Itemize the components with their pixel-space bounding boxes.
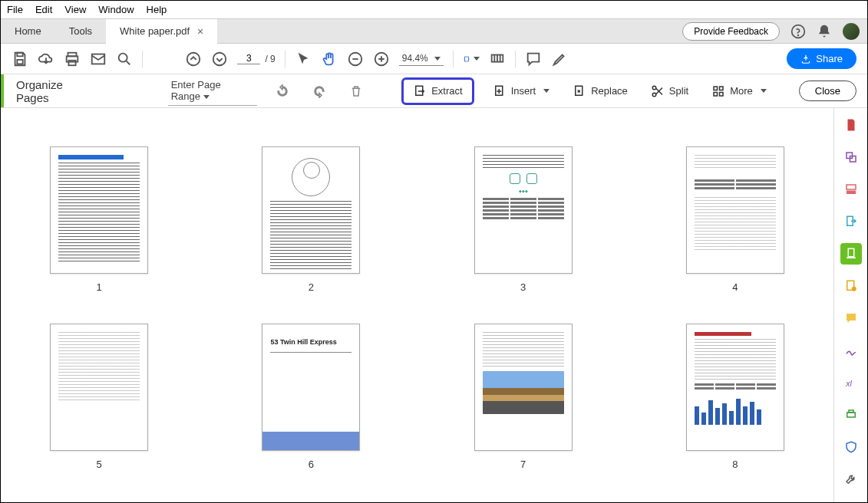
- svg-rect-21: [720, 87, 724, 90]
- share-button[interactable]: Share: [787, 48, 856, 69]
- page-up-icon[interactable]: [185, 51, 202, 67]
- zoom-in-icon[interactable]: [373, 51, 390, 67]
- more-label: More: [730, 85, 753, 97]
- help-icon[interactable]: [790, 24, 806, 39]
- tools-settings-icon[interactable]: [840, 468, 862, 490]
- page-thumb-2[interactable]: 2: [262, 146, 360, 293]
- page-number-label: 5: [97, 459, 102, 470]
- page-thumbnails[interactable]: 1 2 ◆◆◆: [1, 108, 833, 503]
- page-current-input[interactable]: [237, 53, 260, 64]
- svg-rect-2: [17, 52, 22, 56]
- content-area: 1 2 ◆◆◆: [1, 108, 867, 503]
- menubar: File Edit View Window Help: [1, 1, 867, 19]
- page-thumb-5[interactable]: 5: [50, 324, 148, 470]
- provide-feedback-button[interactable]: Provide Feedback: [682, 22, 780, 41]
- export-pdf-icon[interactable]: [840, 211, 862, 232]
- search-icon[interactable]: [116, 51, 133, 67]
- page-number-label: 7: [520, 459, 526, 470]
- highlight-icon[interactable]: [551, 51, 568, 67]
- svg-point-10: [213, 52, 226, 65]
- svg-rect-34: [849, 410, 853, 413]
- insert-button[interactable]: Insert: [488, 81, 555, 101]
- svg-rect-22: [714, 92, 718, 96]
- extract-label: Extract: [431, 85, 462, 97]
- print-production-icon[interactable]: [840, 404, 862, 426]
- extract-button[interactable]: Extract: [401, 77, 474, 105]
- share-label: Share: [816, 53, 843, 64]
- page6-title: 53 Twin Hill Express: [270, 338, 351, 347]
- combine-files-icon[interactable]: [840, 146, 862, 168]
- svg-rect-20: [714, 87, 718, 90]
- tab-tools[interactable]: Tools: [55, 19, 106, 44]
- protect-icon[interactable]: [840, 436, 862, 458]
- cloud-icon[interactable]: [38, 51, 54, 67]
- tab-bar: Home Tools White paper.pdf × Provide Fee…: [1, 19, 867, 44]
- menu-view[interactable]: View: [64, 4, 86, 15]
- avatar[interactable]: [843, 23, 860, 40]
- rotate-right-button[interactable]: [308, 81, 331, 101]
- tab-document-label: White paper.pdf: [120, 25, 190, 37]
- create-pdf-icon[interactable]: [840, 114, 862, 136]
- menu-help[interactable]: Help: [147, 4, 167, 15]
- svg-rect-13: [464, 57, 468, 61]
- select-tool-icon[interactable]: [295, 51, 312, 67]
- zoom-dropdown[interactable]: 94.4%: [399, 51, 444, 66]
- fill-sign-icon[interactable]: [840, 340, 862, 361]
- tab-home[interactable]: Home: [1, 19, 55, 44]
- svg-point-18: [652, 86, 656, 90]
- page-thumb-3[interactable]: ◆◆◆ 3: [474, 146, 573, 293]
- svg-point-31: [851, 287, 856, 291]
- menu-edit[interactable]: Edit: [35, 4, 52, 15]
- svg-text:xl: xl: [845, 379, 852, 388]
- split-label: Split: [669, 85, 688, 97]
- page-thumb-1[interactable]: 1: [50, 146, 148, 293]
- print-icon[interactable]: [64, 51, 81, 67]
- organize-title: Organize Pages: [12, 78, 81, 104]
- page-total-label: / 9: [265, 54, 275, 64]
- organize-pages-icon[interactable]: [840, 243, 862, 265]
- page-down-icon[interactable]: [211, 51, 228, 67]
- rotate-left-button[interactable]: [271, 81, 294, 101]
- more-tools-icon[interactable]: xl: [840, 372, 862, 393]
- page-thumb-4[interactable]: 4: [686, 146, 784, 293]
- more-button[interactable]: More: [707, 81, 771, 101]
- hand-tool-icon[interactable]: [321, 51, 338, 67]
- svg-rect-23: [720, 92, 724, 96]
- main-toolbar: / 9 94.4% Share: [1, 44, 867, 74]
- email-icon[interactable]: [90, 51, 107, 67]
- send-comments-icon[interactable]: [840, 275, 862, 297]
- comment-tool-icon[interactable]: [840, 307, 862, 329]
- svg-point-19: [652, 93, 656, 97]
- tab-close-icon[interactable]: ×: [197, 25, 203, 38]
- page-thumb-6[interactable]: 53 Twin Hill Express 6: [262, 324, 360, 470]
- zoom-value-label: 94.4%: [402, 53, 428, 64]
- close-button[interactable]: Close: [799, 81, 856, 101]
- zoom-out-icon[interactable]: [347, 51, 364, 67]
- page-indicator: / 9: [237, 53, 275, 64]
- right-sidebar: xl: [833, 108, 867, 503]
- page-thumb-7[interactable]: 7: [474, 324, 573, 470]
- comment-icon[interactable]: [525, 51, 542, 67]
- insert-label: Insert: [511, 85, 536, 97]
- tab-document[interactable]: White paper.pdf ×: [106, 19, 217, 44]
- split-button[interactable]: Split: [646, 81, 693, 101]
- organize-toolbar: Organize Pages Enter Page Range Extract …: [1, 74, 867, 108]
- page-range-dropdown[interactable]: Enter Page Range: [168, 76, 258, 106]
- page-thumb-8[interactable]: 8: [686, 324, 784, 470]
- svg-point-1: [798, 35, 799, 35]
- delete-button[interactable]: [345, 81, 368, 101]
- menu-file[interactable]: File: [7, 4, 23, 15]
- svg-rect-27: [847, 191, 856, 195]
- fit-width-icon[interactable]: [463, 51, 480, 67]
- page-number-label: 1: [97, 281, 102, 293]
- replace-button[interactable]: Replace: [568, 81, 632, 101]
- notifications-icon[interactable]: [817, 24, 832, 39]
- reading-mode-icon[interactable]: [489, 51, 506, 67]
- menu-window[interactable]: Window: [98, 4, 134, 15]
- page-number-label: 6: [309, 459, 314, 470]
- save-icon[interactable]: [12, 51, 28, 67]
- edit-pdf-icon[interactable]: [840, 179, 862, 200]
- chevron-down-icon: [434, 57, 441, 61]
- page-number-label: 8: [732, 459, 738, 470]
- page-number-label: 4: [732, 281, 738, 293]
